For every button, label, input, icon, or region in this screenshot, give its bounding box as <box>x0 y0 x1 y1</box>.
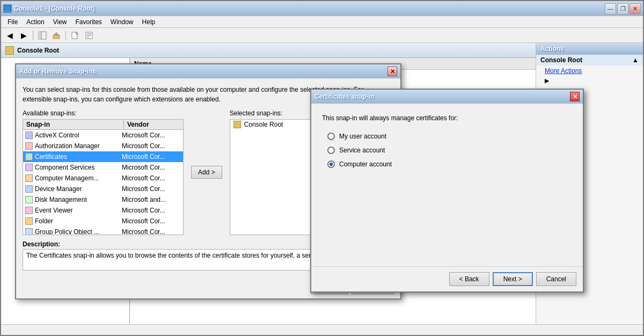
snapins-dialog-title-bar: Add or Remove Snap-ins ✕ <box>16 64 400 78</box>
toolbar-separator-2 <box>65 31 66 40</box>
toolbar-separator-1 <box>33 31 33 40</box>
radio-circle-2 <box>327 160 335 168</box>
certs-question: This snap-in will always manage certific… <box>322 114 572 122</box>
collapse-icon: ▲ <box>632 56 639 64</box>
radio-label-0: My user account <box>339 133 386 140</box>
svg-rect-2 <box>4 11 11 12</box>
certs-title-bar: Certificates snap-in ✕ <box>311 90 583 104</box>
available-snapins-section: Available snap-ins: Snap-in Vendor Activ… <box>23 109 184 235</box>
maximize-button[interactable]: ❐ <box>617 3 628 14</box>
back-button[interactable]: < Back <box>449 272 489 286</box>
minimize-button[interactable]: — <box>605 3 616 14</box>
available-label: Available snap-ins: <box>23 109 184 117</box>
snapin-list-header: Snap-in Vendor <box>23 119 184 129</box>
certificates-snapin-dialog: Certificates snap-in ✕ This snap-in will… <box>310 89 584 293</box>
svg-marker-7 <box>53 32 60 35</box>
radio-label-1: Service account <box>339 147 385 154</box>
snapin-list-item[interactable]: Disk Management Microsoft and... <box>23 194 183 205</box>
menu-view[interactable]: View <box>49 17 71 27</box>
certs-close-button[interactable]: ✕ <box>570 92 580 101</box>
new-button[interactable] <box>69 30 82 41</box>
svg-rect-6 <box>53 35 60 39</box>
snapin-list-item[interactable]: Computer Managem... Microsoft Cor... <box>23 173 183 184</box>
next-button[interactable]: Next > <box>493 272 533 286</box>
certs-dialog-body: This snap-in will always manage certific… <box>311 104 583 266</box>
snapin-list-body[interactable]: ActiveX Control Microsoft Cor... Authori… <box>23 129 184 235</box>
certs-options: My user account Service account Computer… <box>327 133 572 168</box>
menu-help[interactable]: Help <box>138 17 160 27</box>
radio-circle-1 <box>327 147 335 154</box>
main-title: Console1 - [Console Root] <box>14 5 95 12</box>
up-one-level-button[interactable] <box>50 30 63 41</box>
menu-window[interactable]: Window <box>106 17 138 27</box>
snapin-list-item[interactable]: Event Viewer Microsoft Cor... <box>23 205 183 216</box>
app-icon <box>3 4 12 13</box>
svg-rect-0 <box>4 5 11 10</box>
snapin-col-name: Snap-in <box>23 120 124 129</box>
menu-action[interactable]: Action <box>22 17 48 27</box>
menu-file[interactable]: File <box>3 17 22 27</box>
status-bar <box>1 324 643 335</box>
console-root-title: Console Root <box>17 47 59 54</box>
snapin-list-item[interactable]: Component Services Microsoft Cor... <box>23 162 183 173</box>
actions-console-root[interactable]: Console Root ▲ <box>536 55 643 65</box>
radio-circle-0 <box>327 133 335 140</box>
snapins-dialog-title: Add or Remove Snap-ins <box>19 68 96 75</box>
snapins-dialog-close-button[interactable]: ✕ <box>387 67 397 76</box>
svg-rect-1 <box>5 10 10 11</box>
certs-dialog-footer: < Back Next > Cancel <box>311 266 583 291</box>
certs-dialog-title: Certificates snap-in <box>314 93 374 100</box>
forward-button[interactable]: ▶ <box>17 30 30 41</box>
actions-title: Actions <box>536 43 643 55</box>
add-remove-buttons: Add > <box>189 109 224 235</box>
more-actions-link[interactable]: More Actions <box>536 65 643 76</box>
radio-option-0[interactable]: My user account <box>327 133 572 140</box>
menu-favorites[interactable]: Favorites <box>71 17 106 27</box>
radio-option-1[interactable]: Service account <box>327 147 572 154</box>
close-button[interactable]: ✕ <box>630 3 641 14</box>
toolbar: ◀ ▶ <box>1 28 643 43</box>
console-root-header: Console Root <box>1 43 536 58</box>
back-button[interactable]: ◀ <box>3 30 16 41</box>
snapin-list-item[interactable]: Device Manager Microsoft Cor... <box>23 184 183 194</box>
menu-bar: File Action View Favorites Window Help <box>1 16 643 28</box>
properties-button[interactable] <box>83 30 96 41</box>
radio-label-2: Computer account <box>339 160 392 168</box>
main-title-bar: Console1 - [Console Root] — ❐ ✕ <box>1 1 643 16</box>
snapin-list-item[interactable]: Certificates Microsoft Cor... <box>23 151 183 162</box>
radio-option-2[interactable]: Computer account <box>327 160 572 168</box>
svg-rect-4 <box>39 32 41 39</box>
add-snapin-button[interactable]: Add > <box>191 166 222 179</box>
console-root-icon <box>5 46 14 55</box>
snapin-list-item[interactable]: ActiveX Control Microsoft Cor... <box>23 130 183 141</box>
snapin-col-vendor: Vendor <box>124 120 183 129</box>
more-actions-arrow: ▶ <box>541 76 643 85</box>
show-hide-tree-button[interactable] <box>36 30 49 41</box>
snapin-list-item[interactable]: Folder Microsoft Cor... <box>23 216 183 227</box>
snapin-list-item[interactable]: Group Policy Object ... Microsoft Cor... <box>23 227 183 235</box>
snapin-list-item[interactable]: Authorization Manager Microsoft Cor... <box>23 141 183 151</box>
certs-cancel-button[interactable]: Cancel <box>536 272 576 286</box>
